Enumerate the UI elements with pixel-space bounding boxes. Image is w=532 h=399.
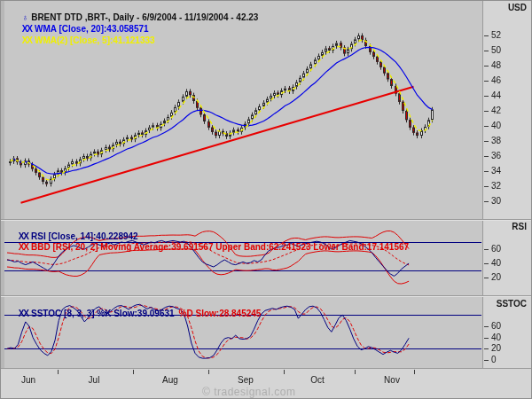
tradesignal-chart-window: ♁BRENT DTD ,BRT-, Daily - 6/9/2004 - 11/… <box>0 0 532 399</box>
chart-canvas[interactable] <box>0 0 532 399</box>
